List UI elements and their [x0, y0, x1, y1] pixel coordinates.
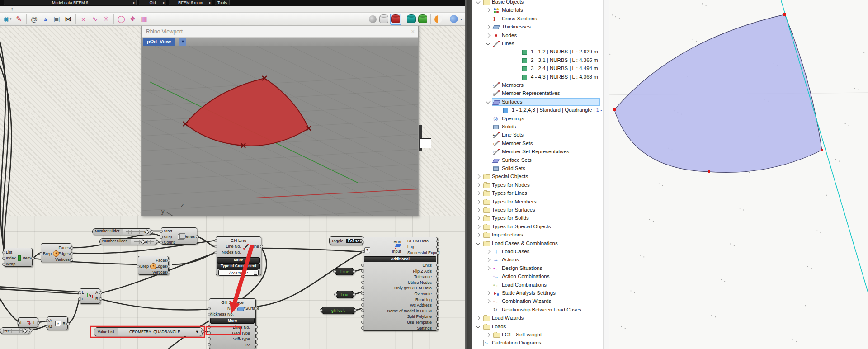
- tree-item[interactable]: Lines: [472, 40, 603, 48]
- window-divider[interactable]: [465, 0, 472, 349]
- wire-grip[interactable]: [361, 315, 364, 318]
- tree-item[interactable]: Action Combinations: [472, 273, 603, 281]
- tree-item[interactable]: Relationship Between Load Cases: [472, 306, 603, 314]
- tree-item[interactable]: Materials: [472, 6, 603, 14]
- wire-grip[interactable]: [436, 292, 439, 295]
- tree-item[interactable]: Member Set Representatives: [472, 148, 603, 156]
- wire-grip[interactable]: [255, 343, 258, 346]
- expand-arrow-icon[interactable]: [476, 199, 481, 204]
- wire-grip[interactable]: [436, 281, 439, 284]
- wire-grip[interactable]: [2, 263, 5, 266]
- wire-grip[interactable]: [39, 252, 42, 255]
- eye-icon[interactable]: ◉▾: [2, 14, 13, 24]
- wire-grip[interactable]: [436, 269, 439, 273]
- series-component[interactable]: StartStepCountSeries: [161, 227, 197, 245]
- wire-grip[interactable]: [255, 325, 258, 329]
- wire-grip[interactable]: [160, 236, 163, 239]
- tree-item[interactable]: Types for Nodes: [472, 181, 603, 189]
- wire-grip[interactable]: [361, 286, 364, 289]
- splitter-handle-icon[interactable]: ↕: [11, 6, 14, 12]
- wire-grip[interactable]: [78, 297, 81, 301]
- wire-grip[interactable]: [436, 275, 439, 278]
- wire-grip[interactable]: [255, 307, 258, 310]
- tree-item[interactable]: 2 - 3,1 | NURBS | L : 4.365 m: [472, 57, 603, 65]
- cylinder-teal-icon[interactable]: [406, 14, 417, 24]
- wire-grip[interactable]: [214, 239, 217, 242]
- tree-item[interactable]: Loads: [472, 323, 603, 331]
- wire-grip[interactable]: [137, 265, 140, 268]
- slider-track[interactable]: 4: [134, 240, 154, 244]
- slider-knob[interactable]: [22, 328, 27, 333]
- value-panel[interactable]: true: [335, 291, 354, 298]
- wire-grip[interactable]: [255, 331, 258, 335]
- tree-item[interactable]: Thicknesses: [472, 23, 603, 31]
- wire-grip[interactable]: [361, 264, 364, 267]
- wire-grip[interactable]: [208, 331, 211, 335]
- shuffle-icon[interactable]: ⋈: [63, 14, 73, 24]
- wire-grip[interactable]: [361, 298, 364, 301]
- tree-item[interactable]: Types for Lines: [472, 189, 603, 198]
- wire-grip[interactable]: [167, 271, 170, 274]
- wire-grip[interactable]: [2, 257, 5, 260]
- wire-grip[interactable]: [196, 235, 199, 238]
- wire-grip[interactable]: [436, 286, 439, 289]
- close-icon[interactable]: ×: [411, 26, 415, 38]
- wire-grip[interactable]: [361, 275, 364, 278]
- wire-grip[interactable]: [361, 303, 364, 307]
- wire-grip[interactable]: [436, 321, 439, 324]
- tree-item[interactable]: Special Objects: [472, 173, 603, 181]
- wire-grip[interactable]: [156, 240, 159, 243]
- cursor-delete-icon[interactable]: ×: [78, 14, 89, 24]
- tree-item[interactable]: Types for Surfaces: [472, 206, 603, 214]
- tree-item[interactable]: Combination Wizards: [472, 297, 603, 306]
- wire-grip[interactable]: [70, 258, 73, 261]
- wire-grip[interactable]: [353, 270, 356, 273]
- slider-track[interactable]: 20: [3, 329, 28, 333]
- wire-grip[interactable]: [361, 281, 364, 284]
- wire-grip[interactable]: [320, 309, 323, 312]
- tree-item[interactable]: 1 - 1,2,4,3 | Standard | Quadrangle | 1 …: [472, 106, 603, 114]
- dashed-cross-icon[interactable]: ✳: [101, 14, 111, 24]
- split-list-component[interactable]: LiAB: [80, 288, 100, 304]
- list-item-component[interactable]: ListIndexWrapItem: [4, 248, 33, 267]
- wire-grip[interactable]: [436, 251, 439, 255]
- expand-arrow-icon[interactable]: [476, 183, 481, 187]
- tree-item[interactable]: Openings: [472, 115, 603, 123]
- expand-arrow-icon[interactable]: [486, 333, 491, 337]
- value-list[interactable]: Value ListGEOMETRY_QUADRANGLE▼: [94, 327, 203, 336]
- wire-grip[interactable]: [361, 250, 364, 253]
- octagon-blue-icon[interactable]: [448, 14, 459, 24]
- wire-grip[interactable]: [70, 252, 73, 255]
- wire-grip[interactable]: [46, 319, 49, 322]
- tree-item[interactable]: 3 - 2,4 | NURBS | L : 4.494 m: [472, 65, 603, 73]
- wire-grip[interactable]: [260, 245, 263, 248]
- preview-window-icon[interactable]: ▣: [52, 14, 62, 24]
- wire-grip[interactable]: [208, 313, 211, 316]
- expand-arrow-icon[interactable]: [486, 258, 491, 262]
- tree-item[interactable]: Load Cases & Combinations: [472, 240, 603, 248]
- deconstruct-brep-component[interactable]: BrepFacesEdgesVertices✶: [41, 243, 71, 262]
- tree-item[interactable]: Member Representatives: [472, 90, 603, 98]
- wire-grip[interactable]: [214, 245, 217, 248]
- brush-icon[interactable]: ✎: [14, 14, 24, 24]
- wire-grip[interactable]: [436, 298, 439, 301]
- cylinder-wireframe-icon[interactable]: [379, 14, 389, 24]
- wire-grip[interactable]: [150, 230, 153, 233]
- slider-track[interactable]: 1: [126, 230, 149, 234]
- wire-grip[interactable]: [436, 264, 439, 267]
- tree-item[interactable]: Imperfections: [472, 231, 603, 239]
- collapse-arrow-icon[interactable]: [476, 324, 481, 328]
- viewport-name-chip[interactable]: pOd_View: [143, 38, 175, 46]
- wire-grip[interactable]: [354, 309, 357, 312]
- wire-grip[interactable]: [436, 326, 439, 330]
- expand-arrow-icon[interactable]: [486, 25, 491, 29]
- tree-item[interactable]: Nodes: [472, 32, 603, 40]
- rhino-window-titlebar[interactable]: Rhino Viewport ×: [142, 26, 418, 38]
- tree-item[interactable]: Actions: [472, 256, 603, 264]
- sphere-orange-icon[interactable]: [433, 14, 443, 24]
- tree-item[interactable]: Solid Sets: [472, 165, 603, 173]
- collapse-arrow-icon[interactable]: [486, 99, 491, 104]
- tree-item[interactable]: Surfaces: [472, 98, 603, 106]
- tree-item[interactable]: Load Combinations: [472, 281, 603, 289]
- wire-grip[interactable]: [99, 291, 102, 294]
